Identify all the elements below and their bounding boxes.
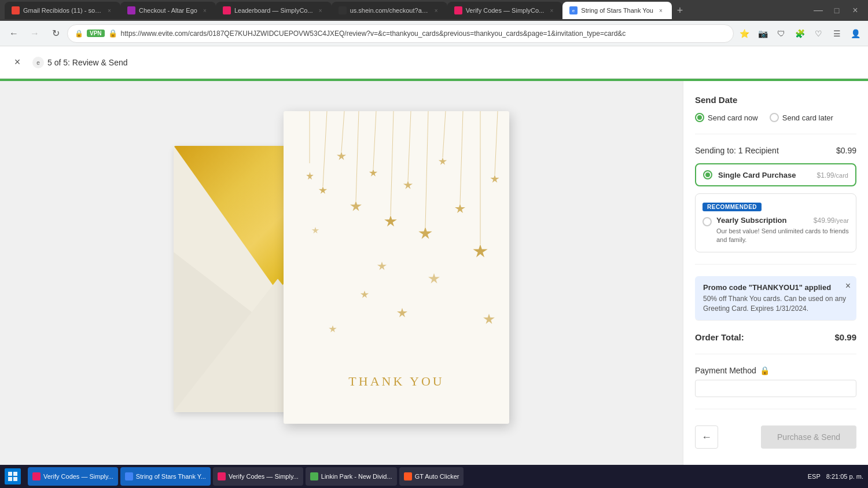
- close-window-button[interactable]: ×: [847, 2, 863, 19]
- browser-frame: Gmail Recibidos (11) - soulpowe... × Che…: [0, 0, 868, 488]
- send-now-label: Send card now: [708, 113, 758, 122]
- taskbar-item-0-icon: [32, 472, 41, 480]
- tab-gmail[interactable]: Gmail Recibidos (11) - soulpowe... ×: [5, 2, 120, 19]
- svg-marker-33: [329, 325, 337, 332]
- single-card-radio[interactable]: [703, 170, 712, 179]
- svg-line-18: [425, 111, 428, 227]
- back-button[interactable]: ←: [5, 24, 23, 43]
- tab-verify-label: Verify Codes — SimplyCo...: [466, 7, 545, 14]
- sending-to-price: $0.99: [836, 146, 856, 155]
- send-now-radio[interactable]: [695, 113, 704, 122]
- tab-shein-close[interactable]: ×: [432, 6, 440, 14]
- taskbar-item-4-label: GT Auto Clicker: [415, 473, 459, 480]
- bookmark-this-button[interactable]: ⭐: [736, 25, 752, 42]
- maximize-button[interactable]: □: [829, 2, 845, 19]
- tab-leaderboard[interactable]: Leaderboard — SimplyCo... ×: [216, 2, 332, 19]
- tab-stars-close[interactable]: ×: [657, 6, 665, 14]
- svg-marker-9: [337, 152, 346, 160]
- card-preview-area: THANK YOU: [0, 81, 683, 465]
- favorites-button[interactable]: ♡: [810, 25, 826, 42]
- single-card-label: Single Card Purchase: [718, 171, 811, 179]
- taskbar-item-1-label: String of Stars Thank Y...: [136, 473, 206, 480]
- taskbar-item-1[interactable]: String of Stars Thank Y...: [120, 467, 211, 486]
- menu-button[interactable]: ☰: [829, 25, 845, 42]
- tab-gmail-close[interactable]: ×: [105, 6, 113, 14]
- svg-marker-25: [473, 244, 487, 257]
- svg-rect-38: [13, 477, 17, 481]
- svg-line-22: [460, 111, 463, 204]
- taskbar-item-0[interactable]: Verify Codes — Simply...: [28, 467, 118, 486]
- shield-button[interactable]: 🛡: [773, 25, 789, 42]
- altar-favicon: [127, 6, 135, 14]
- address-bar[interactable]: 🔒 VPN 🔒 https://www.evite.com/cards/0187…: [67, 24, 734, 43]
- new-tab-button[interactable]: +: [672, 2, 688, 19]
- send-later-radio[interactable]: [770, 113, 779, 122]
- profile-button[interactable]: 👤: [847, 25, 863, 42]
- tab-verify[interactable]: Verify Codes — SimplyCo... ×: [447, 2, 563, 19]
- tab-leaderboard-close[interactable]: ×: [317, 6, 325, 14]
- svg-marker-29: [377, 262, 387, 270]
- tab-checkout-altar[interactable]: Checkout - Altar Ego ×: [120, 2, 216, 19]
- send-date-title: Send Date: [695, 95, 856, 105]
- subscription-row: Yearly Subscription $49.99/year Our best…: [703, 216, 849, 245]
- vpn-badge: VPN: [87, 30, 105, 37]
- card-envelope-wrapper: THANK YOU: [174, 111, 509, 435]
- extensions-button[interactable]: 🧩: [792, 25, 808, 42]
- tab-altar-close[interactable]: ×: [201, 6, 209, 14]
- forward-button[interactable]: →: [25, 24, 44, 43]
- send-later-option[interactable]: Send card later: [770, 113, 833, 122]
- reload-button[interactable]: ↻: [46, 24, 65, 43]
- page: × e 5 of 5: Review & Send: [0, 46, 868, 465]
- tab-altar-label: Checkout - Altar Ego: [139, 7, 197, 14]
- svg-marker-28: [312, 227, 319, 233]
- purchase-send-button[interactable]: Purchase & Send: [761, 425, 856, 449]
- order-total-label: Order Total:: [695, 332, 744, 342]
- stars-svg: [284, 111, 509, 354]
- svg-marker-19: [418, 227, 432, 239]
- single-card-price: $1.99/card: [817, 171, 849, 179]
- svg-line-20: [443, 111, 446, 157]
- single-card-option[interactable]: Single Card Purchase $1.99/card: [695, 163, 856, 186]
- tab-leaderboard-label: Leaderboard — SimplyCo...: [234, 7, 313, 14]
- step-indicator: e 5 of 5: Review & Send: [32, 57, 128, 68]
- order-total-section: Order Total: $0.99: [695, 332, 856, 354]
- promo-close-button[interactable]: ×: [845, 281, 851, 291]
- stars-decoration: [284, 111, 509, 354]
- tab-verify-close[interactable]: ×: [547, 6, 556, 14]
- order-total-price: $0.99: [834, 332, 856, 342]
- svg-marker-34: [483, 314, 495, 324]
- taskbar-item-3[interactable]: Linkin Park - New Divid...: [306, 467, 397, 486]
- svg-marker-31: [361, 291, 369, 298]
- taskbar-item-2[interactable]: Verify Codes — Simply...: [213, 467, 303, 486]
- close-button[interactable]: ×: [9, 54, 25, 71]
- taskbar-time: 8:21:05 p. m.: [826, 473, 863, 480]
- start-button[interactable]: [5, 468, 21, 485]
- send-now-option[interactable]: Send card now: [695, 113, 758, 122]
- subscription-title: Yearly Subscription: [716, 216, 786, 225]
- svg-line-16: [408, 111, 411, 181]
- evite-logo-icon: e: [32, 57, 44, 68]
- payment-method-label: Payment Method: [695, 366, 756, 375]
- subscription-box: RECOMMENDED Yearly Subscription $49.99/y…: [695, 193, 856, 252]
- tab-shein[interactable]: us.shein.com/checkout?au... ×: [332, 2, 447, 19]
- tab-stars[interactable]: e String of Stars Thank You ×: [562, 2, 672, 19]
- page-content: THANK YOU Send Date Send card now: [0, 81, 868, 465]
- svg-line-14: [391, 111, 393, 215]
- back-button-panel[interactable]: ←: [695, 425, 718, 449]
- minimize-button[interactable]: —: [810, 2, 826, 19]
- taskbar-item-3-label: Linkin Park - New Divid...: [321, 473, 392, 480]
- screenshot-button[interactable]: 📷: [755, 25, 771, 42]
- payment-input-placeholder[interactable]: [695, 380, 856, 397]
- taskbar-item-2-label: Verify Codes — Simply...: [229, 473, 299, 480]
- subscription-radio[interactable]: [703, 217, 712, 226]
- taskbar-item-3-icon: [310, 472, 318, 480]
- lock-icon: 🔒: [108, 29, 117, 38]
- svg-rect-36: [13, 472, 17, 476]
- taskbar-item-4[interactable]: GT Auto Clicker: [399, 467, 464, 486]
- taskbar-right: ESP 8:21:05 p. m.: [808, 473, 863, 480]
- panel-bottom-nav: ← Purchase & Send: [695, 421, 856, 449]
- toolbar-icons: ⭐ 📷 🛡 🧩 ♡ ☰ 👤: [736, 25, 863, 42]
- svg-line-8: [341, 111, 344, 152]
- taskbar-items: Verify Codes — Simply... String of Stars…: [28, 467, 464, 486]
- svg-text:e: e: [572, 8, 575, 13]
